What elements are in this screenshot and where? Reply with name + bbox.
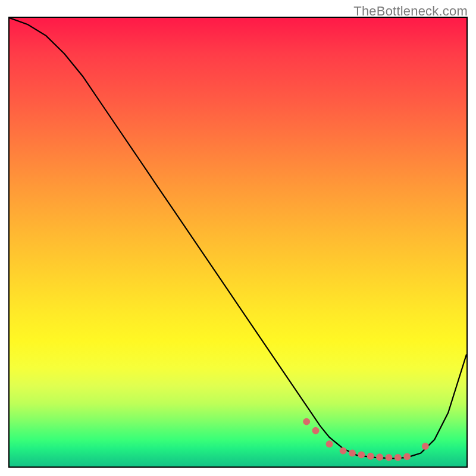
chart-curve-line [10, 18, 466, 458]
chart-marker-point [422, 443, 429, 450]
chart-marker-point [367, 453, 374, 460]
chart-marker-point [358, 451, 365, 458]
chart-marker-point [312, 427, 320, 434]
chart-marker-point [303, 418, 310, 425]
chart-svg [10, 18, 466, 466]
chart-marker-point [349, 449, 356, 456]
chart-marker-point [403, 453, 411, 460]
chart-marker-point [376, 453, 383, 461]
chart-marker-point [326, 440, 333, 447]
chart-marker-point [340, 447, 347, 455]
chart-plot-area [8, 17, 468, 468]
chart-marker-point [394, 454, 402, 461]
chart-markers-group [303, 418, 429, 461]
chart-marker-point [386, 454, 393, 461]
